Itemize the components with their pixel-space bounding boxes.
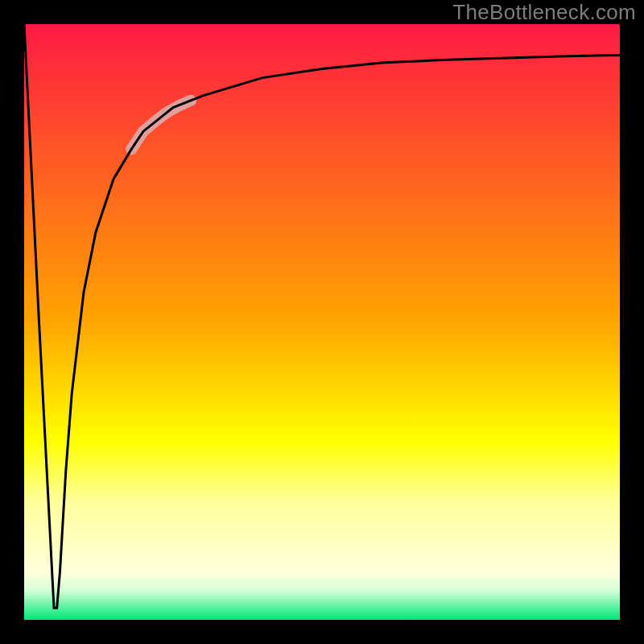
gradient-background	[24, 24, 620, 620]
watermark-text: TheBottleneck.com	[452, 0, 636, 25]
chart-container: TheBottleneck.com	[0, 0, 644, 644]
bottleneck-chart-svg	[0, 0, 644, 644]
